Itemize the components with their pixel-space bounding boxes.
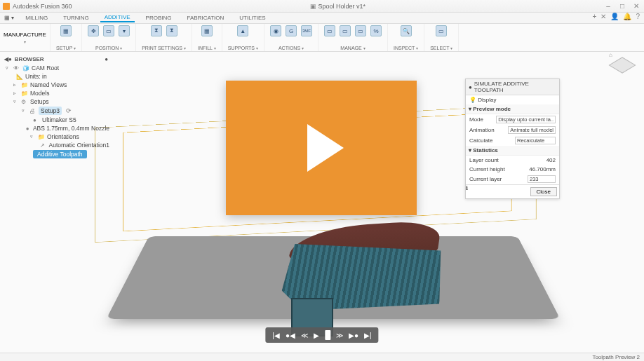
tab-utilities[interactable]: UTILITIES	[235, 14, 269, 22]
supports-icon[interactable]: ▲	[237, 25, 248, 36]
app-menu-icon[interactable]: ▦ ▾	[4, 15, 14, 21]
tab-probing[interactable]: PROBING	[142, 14, 176, 22]
panel-anim-row: AnimationAnimate full model	[466, 125, 559, 135]
m1-icon[interactable]: ▭	[324, 25, 335, 36]
tree-auto-orient[interactable]: ↗Automatic Orientation1	[4, 141, 111, 149]
new-tab-button[interactable]: +	[593, 13, 597, 20]
panel-stats-section[interactable]: ▾ Statistics	[466, 146, 559, 156]
help-icon[interactable]: ?	[636, 13, 640, 20]
status-text: Toolpath Preview 2	[592, 354, 640, 360]
tree-setup3[interactable]: ▿🖨Setup3⟳	[4, 106, 111, 116]
view-cube[interactable]: ⌂	[610, 53, 634, 77]
tree-orientations[interactable]: ▿📁Orientations	[4, 132, 111, 141]
video-play-overlay[interactable]	[226, 81, 417, 215]
ribbon-group-position: ✥▭▾ POSITION ▾	[82, 24, 136, 51]
tree-label: Ultimaker S5	[42, 116, 76, 123]
speed-slider[interactable]	[325, 330, 330, 340]
status-bar: Toolpath Preview 2	[0, 353, 644, 361]
tree-toolpath[interactable]: Additive Toolpath	[4, 149, 111, 159]
panel-height-row: Current height46.700mm	[466, 165, 559, 174]
ribbon-label: SETUP	[56, 46, 72, 50]
tree-units[interactable]: 📐Units: in	[4, 72, 111, 81]
panel-title[interactable]: ●SIMULATE ADDITIVE TOOLPATH	[466, 79, 559, 95]
gen-icon[interactable]: ◉	[270, 25, 281, 36]
panel-preview-section[interactable]: ▾ Preview mode	[466, 104, 559, 114]
user-icon[interactable]: 👤	[610, 13, 619, 20]
panel-label: Calculate	[469, 137, 492, 144]
ribbon-group-inspect: 🔍 INSPECT ▾	[388, 24, 424, 51]
playback-controls: |◀ ●◀ ≪ ▶ ≫ ▶● ▶|	[265, 327, 378, 343]
current-layer-input[interactable]: 233	[528, 175, 556, 183]
sim-icon[interactable]: G	[286, 25, 297, 36]
m3-icon[interactable]: ▭	[355, 25, 366, 36]
tree-models[interactable]: ▹📁Models	[4, 89, 111, 97]
ribbon-label: INFILL	[198, 46, 213, 50]
last-button[interactable]: ▶|	[364, 332, 372, 339]
doc-icon: ▣	[310, 3, 316, 10]
ribbon: MANUFACTURE ▾ ▦ SETUP ▾ ✥▭▾ POSITION ▾ ⧗…	[0, 24, 644, 52]
tree-label: CAM Root	[32, 64, 59, 71]
tree-printer[interactable]: ●Ultimaker S5	[4, 116, 111, 124]
m4-icon[interactable]: %	[370, 25, 382, 36]
browser-title: BROWSER	[15, 56, 44, 62]
tree-label: ABS 1.75mm, 0.4mm Nozzle	[33, 125, 109, 132]
tab-turning[interactable]: TURNING	[59, 14, 93, 22]
panel-value: 46.700mm	[529, 166, 556, 172]
forward-button[interactable]: ≫	[336, 332, 343, 339]
notifications-icon[interactable]: 🔔	[623, 13, 631, 20]
next-key-button[interactable]: ▶●	[349, 332, 358, 339]
tree-material[interactable]: ●ABS 1.75mm, 0.4mm Nozzle	[4, 124, 111, 132]
tree-label: Automatic Orientation1	[49, 142, 109, 149]
ribbon-label: SUPPORTS	[228, 46, 255, 50]
mode-select[interactable]: Display upto current la..	[496, 116, 556, 123]
play-button[interactable]: ▶	[314, 332, 319, 339]
first-button[interactable]: |◀	[272, 332, 280, 339]
cube-icon[interactable]	[609, 57, 636, 73]
ribbon-group-setup: ▦ SETUP ▾	[51, 24, 82, 51]
maximize-button[interactable]: □	[617, 2, 627, 10]
settings-icon[interactable]: ⧗	[166, 25, 177, 36]
tree-label: Named Views	[30, 81, 67, 88]
hourglass-icon[interactable]: ⧗	[151, 25, 162, 36]
close-window-button[interactable]: ✕	[631, 2, 641, 10]
place-icon[interactable]: ▭	[103, 25, 114, 36]
home-icon[interactable]: ⌂	[609, 52, 612, 58]
workspace-switcher[interactable]: MANUFACTURE ▾	[0, 24, 51, 51]
tree-setups[interactable]: ▿⚙Setups	[4, 97, 111, 106]
3mf-icon[interactable]: 3MF	[301, 25, 312, 36]
infill-icon[interactable]: ▦	[201, 25, 213, 36]
tree-named-views[interactable]: ▹📁Named Views	[4, 81, 111, 89]
recalculate-button[interactable]: Recalculate	[515, 137, 556, 144]
tab-milling[interactable]: MILLING	[21, 14, 52, 22]
browser-panel: ◀●BROWSER● ▿👁🧊CAM Root 📐Units: in ▹📁Name…	[0, 52, 112, 162]
ribbon-label: MANAGE	[340, 46, 361, 50]
tab-additive[interactable]: ADDITIVE	[100, 13, 135, 22]
panel-label: Display	[478, 97, 496, 103]
tab-fabrication[interactable]: FABRICATION	[183, 14, 229, 22]
setup-icon[interactable]: ▦	[60, 25, 72, 36]
tree-label: Orientations	[47, 133, 79, 140]
move-icon[interactable]: ✥	[88, 25, 99, 36]
panel-display-row[interactable]: 💡 Display	[466, 95, 559, 104]
tree-label: Setups	[30, 98, 48, 105]
tree-label: Units: in	[25, 73, 47, 80]
browser-header[interactable]: ◀●BROWSER●	[1, 55, 111, 64]
prev-key-button[interactable]: ●◀	[286, 332, 295, 339]
document-title: ▣ Spool Holder v1*	[72, 3, 603, 10]
doc-name: Spool Holder v1*	[318, 3, 366, 10]
workspace-label: MANUFACTURE	[0, 32, 50, 38]
tree-root[interactable]: ▿👁🧊CAM Root	[4, 64, 111, 72]
rewind-button[interactable]: ≪	[301, 332, 308, 339]
close-button[interactable]: Close	[530, 187, 557, 196]
close-tab-button[interactable]: ✕	[601, 13, 606, 20]
ribbon-group-actions: ◉G3MF ACTIONS ▾	[264, 24, 318, 51]
m2-icon[interactable]: ▭	[340, 25, 351, 36]
minimize-button[interactable]: –	[603, 2, 613, 10]
minimize-icon[interactable]: ▾	[119, 25, 130, 36]
inspect-icon[interactable]: 🔍	[401, 25, 412, 36]
panel-label: Preview mode	[473, 106, 511, 112]
animation-select[interactable]: Animate full model	[508, 126, 556, 134]
select-icon[interactable]: ▭	[436, 25, 447, 36]
ribbon-group-infill: ▦ INFILL ▾	[192, 24, 222, 51]
tree-label: Additive Toolpath	[33, 150, 87, 158]
